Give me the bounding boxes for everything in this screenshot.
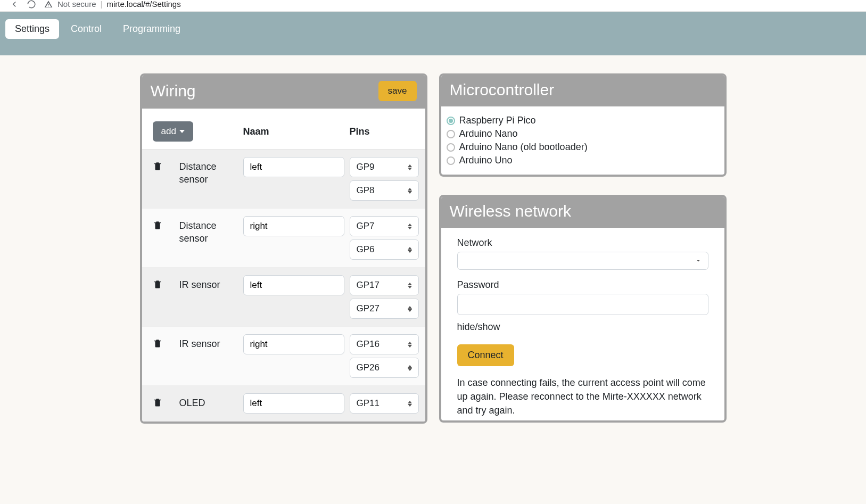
stepper-icon bbox=[408, 401, 412, 407]
row-name-input[interactable] bbox=[243, 216, 344, 236]
microcontroller-option[interactable]: Arduino Nano bbox=[447, 127, 719, 141]
chevron-down-icon bbox=[695, 258, 702, 264]
radio-icon bbox=[447, 130, 455, 138]
wireless-hint: In case connecting fails, the current ac… bbox=[457, 376, 708, 420]
row-type-label: IR sensor bbox=[179, 275, 238, 291]
trash-icon[interactable] bbox=[153, 338, 174, 350]
pin-value: GP8 bbox=[357, 185, 375, 196]
microcontroller-option[interactable]: Raspberry Pi Pico bbox=[447, 114, 719, 127]
microcontroller-title: Microcontroller bbox=[450, 81, 555, 99]
microcontroller-option-label: Arduino Uno bbox=[459, 155, 513, 166]
pin-select[interactable]: GP17 bbox=[350, 275, 419, 295]
microcontroller-option-label: Raspberry Pi Pico bbox=[459, 115, 536, 126]
row-type-label: OLED bbox=[179, 393, 238, 409]
network-select[interactable] bbox=[457, 252, 708, 270]
stepper-icon bbox=[408, 283, 412, 288]
wiring-title: Wiring bbox=[151, 82, 196, 100]
wiring-row: Distance sensorGP7GP6 bbox=[142, 209, 425, 268]
network-label: Network bbox=[457, 237, 708, 249]
app-tab-strip: Settings Control Programming bbox=[0, 12, 866, 55]
col-header-pins: Pins bbox=[350, 126, 415, 137]
microcontroller-option-label: Arduino Nano bbox=[459, 128, 518, 139]
microcontroller-option-label: Arduino Nano (old bootloader) bbox=[459, 142, 588, 153]
radio-icon bbox=[447, 117, 455, 125]
pin-select[interactable]: GP7 bbox=[350, 216, 419, 236]
tab-programming[interactable]: Programming bbox=[113, 19, 190, 39]
pin-select[interactable]: GP26 bbox=[350, 358, 419, 378]
row-name-input[interactable] bbox=[243, 393, 344, 414]
back-icon[interactable] bbox=[10, 0, 19, 9]
wiring-row: Distance sensorGP9GP8 bbox=[142, 150, 425, 209]
add-label: add bbox=[161, 126, 176, 137]
microcontroller-option[interactable]: Arduino Nano (old bootloader) bbox=[447, 141, 719, 154]
wiring-card: Wiring save add Naam Pins Distance senso… bbox=[140, 73, 427, 424]
page-url[interactable]: mirte.local/#/Settings bbox=[106, 0, 180, 9]
pin-value: GP11 bbox=[357, 398, 380, 409]
radio-icon bbox=[447, 156, 455, 165]
warning-icon bbox=[44, 0, 53, 9]
microcontroller-card: Microcontroller Raspberry Pi PicoArduino… bbox=[439, 73, 727, 177]
not-secure-label: Not secure bbox=[57, 0, 96, 9]
wiring-scroll-area[interactable]: add Naam Pins Distance sensorGP9GP8Dista… bbox=[142, 109, 425, 422]
pin-value: GP16 bbox=[357, 339, 380, 350]
stepper-icon bbox=[408, 306, 412, 312]
row-type-label: IR sensor bbox=[179, 334, 238, 350]
browser-chrome: Not secure | mirte.local/#/Settings bbox=[0, 0, 866, 12]
tab-settings[interactable]: Settings bbox=[5, 19, 59, 39]
hide-show-toggle[interactable]: hide/show bbox=[457, 321, 708, 333]
col-header-naam: Naam bbox=[243, 126, 344, 137]
pin-value: GP7 bbox=[357, 221, 375, 232]
save-button[interactable]: save bbox=[378, 81, 417, 101]
pin-value: GP9 bbox=[357, 162, 375, 172]
stepper-icon bbox=[408, 247, 412, 253]
microcontroller-option[interactable]: Arduino Uno bbox=[447, 154, 719, 167]
pin-select[interactable]: GP6 bbox=[350, 239, 419, 260]
reload-icon[interactable] bbox=[27, 0, 36, 9]
pin-value: GP27 bbox=[357, 303, 380, 314]
pin-value: GP26 bbox=[357, 362, 380, 373]
trash-icon[interactable] bbox=[153, 398, 174, 409]
pin-select[interactable]: GP11 bbox=[350, 393, 419, 414]
trash-icon[interactable] bbox=[153, 161, 174, 173]
row-name-input[interactable] bbox=[243, 275, 344, 295]
tab-control[interactable]: Control bbox=[61, 19, 111, 39]
connect-button[interactable]: Connect bbox=[457, 344, 514, 366]
pin-select[interactable]: GP16 bbox=[350, 334, 419, 354]
pin-value: GP17 bbox=[357, 280, 380, 291]
add-button[interactable]: add bbox=[153, 121, 193, 142]
stepper-icon bbox=[408, 342, 412, 348]
trash-icon[interactable] bbox=[153, 279, 174, 291]
main-content: Wiring save add Naam Pins Distance senso… bbox=[0, 55, 866, 445]
stepper-icon bbox=[408, 164, 412, 170]
url-separator: | bbox=[101, 0, 103, 9]
wireless-card: Wireless network Network Password hide/s… bbox=[439, 195, 727, 423]
row-type-label: Distance sensor bbox=[179, 157, 238, 186]
pin-select[interactable]: GP27 bbox=[350, 299, 419, 319]
row-type-label: Distance sensor bbox=[179, 216, 238, 245]
wiring-row: IR sensorGP16GP26 bbox=[142, 327, 425, 386]
trash-icon[interactable] bbox=[153, 220, 174, 232]
pin-value: GP6 bbox=[357, 244, 375, 255]
chevron-down-icon bbox=[179, 130, 185, 133]
password-input[interactable] bbox=[457, 294, 708, 315]
stepper-icon bbox=[408, 224, 412, 229]
password-label: Password bbox=[457, 279, 708, 291]
stepper-icon bbox=[408, 365, 412, 371]
wiring-row: OLEDGP11 bbox=[142, 386, 425, 422]
wireless-title: Wireless network bbox=[450, 202, 571, 220]
stepper-icon bbox=[408, 188, 412, 194]
pin-select[interactable]: GP8 bbox=[350, 180, 419, 201]
pin-select[interactable]: GP9 bbox=[350, 157, 419, 177]
radio-icon bbox=[447, 143, 455, 152]
wiring-row: IR sensorGP17GP27 bbox=[142, 268, 425, 327]
row-name-input[interactable] bbox=[243, 334, 344, 354]
row-name-input[interactable] bbox=[243, 157, 344, 177]
